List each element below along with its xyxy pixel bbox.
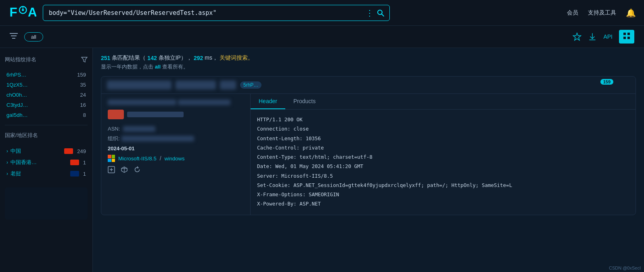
all-link[interactable]: all	[155, 64, 161, 70]
domain-blurred	[127, 112, 184, 117]
svg-rect-12	[627, 33, 630, 35]
country-section-header: 国家/地区排名	[5, 130, 88, 142]
fingerprint-section-header: 网站指纹排名	[5, 54, 88, 66]
svg-text:F: F	[10, 5, 17, 19]
result-card-header: 159 5rhP…	[101, 77, 636, 94]
unique-ip-count: 142	[147, 55, 157, 61]
more-options-icon[interactable]: ⋮	[366, 8, 372, 18]
header-line-5: Date: Wed, 01 May 2024 05:41:20 GMT	[257, 162, 629, 170]
result-card-left: ASN: 组织: 2024-05-01 Microsoft-IIS/8.5 /	[101, 94, 251, 215]
chevron-right-icon: ›	[6, 160, 8, 165]
response-ms: 292	[194, 55, 203, 61]
results-summary: 251 条匹配结果（ 142 条独立IP）， 292 ms， 关键词搜索。	[101, 54, 636, 62]
header-line-0: HTTP/1.1 200 OK	[257, 115, 629, 124]
header-line-7: Set-Cookie: ASP.NET_SessionId=gttek4f0yj…	[257, 181, 629, 189]
header-line-8: X-Frame-Options: SAMEORIGIN	[257, 190, 629, 199]
header-content: HTTP/1.1 200 OK Connection: close Conten…	[251, 110, 636, 215]
svg-rect-13	[623, 37, 626, 39]
fingerprint-tag[interactable]: 5rhP…	[240, 81, 261, 89]
member-link[interactable]: 会员	[567, 9, 578, 17]
grid-view-button[interactable]	[619, 30, 634, 44]
host-line-2	[178, 100, 230, 105]
host-line-1	[108, 100, 176, 105]
star-button[interactable]	[573, 32, 581, 41]
top-navigation: F A ⋮ 会员 支持及工具 🔔	[0, 0, 644, 26]
fingerprint-item-4[interactable]: gaI5dh… 8	[5, 110, 88, 120]
filter-button[interactable]	[10, 33, 18, 41]
result-count-badge: 159	[600, 79, 613, 85]
search-bar: ⋮	[43, 5, 390, 21]
download-button[interactable]	[588, 32, 597, 41]
result-date: 2024-05-01	[108, 145, 244, 152]
hostname-blurred	[107, 81, 171, 89]
notification-bell-icon[interactable]: 🔔	[626, 8, 636, 18]
svg-marker-15	[82, 57, 87, 62]
fingerprint-item-2[interactable]: chO0h… 24	[5, 90, 88, 100]
top-right-actions: API	[573, 30, 634, 44]
toolbar-left: all	[10, 32, 43, 42]
header-line-3: Cache-Control: private	[257, 143, 629, 152]
origin-value	[121, 136, 194, 141]
fingerprint-item-1[interactable]: 1QzX5… 35	[5, 80, 88, 90]
header-line-1: Connection: close	[257, 125, 629, 133]
keyword-search-link[interactable]: 关键词搜索。	[220, 54, 253, 62]
result-tabs: Header Products	[251, 94, 636, 110]
map-widget	[5, 187, 88, 220]
header-line-4: Content-Type: text/html; charset=utf-8	[257, 153, 629, 161]
svg-text:A: A	[28, 5, 36, 19]
results-area: 251 条匹配结果（ 142 条独立IP）， 292 ms， 关键词搜索。 显示…	[93, 48, 644, 272]
result-actions	[108, 166, 244, 175]
color-icon-row	[108, 110, 244, 123]
header-line-6: Server: Microsoft-IIS/8.5	[257, 172, 629, 180]
result-card: 159 5rhP… ASN:	[101, 76, 636, 215]
cube-icon[interactable]	[121, 166, 128, 175]
toolbar-row: all API	[0, 26, 644, 48]
total-count: 251	[101, 55, 110, 61]
country-item-hk[interactable]: › 中国香港… 1	[5, 157, 88, 168]
china-flag	[64, 148, 73, 154]
header-line-9: X-Powered-By: ASP.NET	[257, 199, 629, 208]
fingerprint-filter-icon[interactable]	[81, 57, 88, 64]
svg-line-6	[382, 14, 384, 16]
sidebar: 网站指纹排名 6rhPS… 159 1QzX5… 35 chO0h… 24 C3…	[0, 48, 93, 272]
country-item-china[interactable]: › 中国 249	[5, 145, 88, 157]
tech-separator: /	[160, 155, 161, 162]
asn-label: ASN:	[108, 126, 120, 132]
country-title: 国家/地区排名	[5, 132, 38, 139]
api-button[interactable]: API	[603, 33, 613, 40]
expand-icon[interactable]	[108, 166, 115, 175]
chevron-right-icon: ›	[6, 148, 8, 154]
fingerprint-item-3[interactable]: C3tydJ… 16	[5, 100, 88, 110]
country-item-laos[interactable]: › 老挝 1	[5, 168, 88, 179]
flag-icon	[108, 110, 124, 119]
search-button[interactable]	[376, 9, 385, 17]
tab-products[interactable]: Products	[285, 94, 324, 109]
svg-rect-14	[627, 37, 630, 39]
fingerprint-title: 网站指纹排名	[5, 56, 36, 63]
asn-row: ASN:	[108, 126, 244, 132]
result-card-body: ASN: 组织: 2024-05-01 Microsoft-IIS/8.5 /	[101, 94, 636, 215]
tab-header[interactable]: Header	[251, 94, 285, 109]
origin-row: 组织:	[108, 135, 244, 142]
all-filter-button[interactable]: all	[24, 32, 43, 42]
nav-right: 会员 支持及工具 🔔	[567, 8, 636, 18]
tech-os-label[interactable]: windows	[165, 156, 185, 162]
sidebar-divider	[5, 125, 88, 125]
hk-flag	[70, 160, 79, 165]
asn-value	[123, 126, 155, 132]
header-line-2: Content-Length: 10356	[257, 134, 629, 143]
results-note: 显示一年内数据，点击 all 查看所有。	[101, 63, 636, 71]
tech-server-name[interactable]: Microsoft-IIS/8.5	[118, 156, 157, 162]
refresh-icon[interactable]	[134, 166, 141, 175]
tech-row: Microsoft-IIS/8.5 / windows	[108, 155, 244, 162]
extra-blurred	[220, 81, 236, 89]
support-link[interactable]: 支持及工具	[588, 9, 616, 17]
chevron-right-icon: ›	[6, 171, 8, 176]
laos-flag	[70, 171, 79, 176]
fingerprint-item-0[interactable]: 6rhPS… 159	[5, 70, 88, 80]
search-input[interactable]	[43, 5, 366, 21]
svg-marker-10	[573, 33, 581, 40]
ip-blurred	[176, 81, 216, 89]
logo: F A	[8, 3, 36, 22]
main-layout: 网站指纹排名 6rhPS… 159 1QzX5… 35 chO0h… 24 C3…	[0, 48, 644, 272]
